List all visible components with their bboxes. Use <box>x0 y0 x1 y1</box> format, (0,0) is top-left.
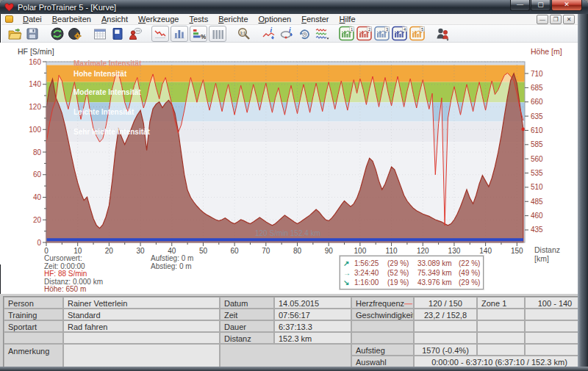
stat-value <box>414 320 477 332</box>
svg-text:460: 460 <box>531 212 543 220</box>
svg-text:160: 160 <box>29 58 41 66</box>
trend-arrow-icon: → <box>343 268 354 278</box>
svg-text:60: 60 <box>33 170 42 179</box>
svg-text:Maximale Intensität: Maximale Intensität <box>74 60 142 68</box>
stat-value <box>477 320 525 332</box>
stat-value <box>525 320 585 332</box>
stat-value <box>525 309 585 320</box>
svg-text:100: 100 <box>29 126 41 134</box>
menu-item-optionen[interactable]: Optionen <box>254 15 297 24</box>
stat-label: Anmerkung <box>4 344 63 368</box>
menu-item-hilfe[interactable]: Hilfe <box>334 15 361 24</box>
save-icon[interactable] <box>24 26 41 42</box>
stat-label: Training <box>4 309 63 320</box>
preset-5-icon[interactable]: 5 <box>409 26 426 42</box>
legend-row: →3:24:40(52 %)75.349 km(49 %) <box>343 268 480 278</box>
svg-text:20: 20 <box>105 247 114 255</box>
close-button[interactable]: ✕ <box>551 0 582 11</box>
chart-columns-icon[interactable] <box>209 26 226 42</box>
stat-value: 14.05.2015 <box>274 297 351 309</box>
svg-text:i: i <box>289 26 291 34</box>
menu-item-datei[interactable]: Datei <box>18 15 47 24</box>
svg-text:Moderate Intensität: Moderate Intensität <box>74 88 141 96</box>
stat-value <box>63 332 220 344</box>
svg-text:Hohe Intensität: Hohe Intensität <box>74 70 127 78</box>
preset-3-icon[interactable]: 3 <box>373 26 391 42</box>
stat-value: 23,2 / 152,8 <box>414 309 477 320</box>
cursor-hf: HF: 88 S/min <box>44 270 103 278</box>
transfer-settings-icon[interactable] <box>66 26 84 42</box>
svg-text:150: 150 <box>511 247 523 255</box>
legend-dist: 75.349 km <box>417 268 459 278</box>
curve-chart[interactable]: 0204060801001201401604354604855105355605… <box>0 43 578 264</box>
trend-arrow-icon: ↗ <box>343 259 354 268</box>
transfer-icon[interactable] <box>49 26 66 42</box>
rotate-icon[interactable] <box>295 26 313 42</box>
preset-4-icon[interactable]: 4 <box>391 26 409 42</box>
stat-value: Rad fahren <box>63 320 220 332</box>
legend-dist: 33.089 km <box>417 259 459 268</box>
legend-row: ↘1:16:00(19 %)43.976 km(29 %) <box>343 278 480 287</box>
chart-percent-icon[interactable]: % <box>190 26 207 42</box>
mdi-document-icon[interactable] <box>5 15 13 23</box>
maximize-button[interactable]: ▢ <box>531 0 551 11</box>
stat-label: Zeit <box>220 309 274 320</box>
person-note-icon[interactable] <box>126 26 144 42</box>
stat-value: 1570 (-0.4%) <box>414 344 477 356</box>
stat-label: Datum <box>220 297 274 309</box>
stat-label <box>220 344 351 368</box>
chart-canvas[interactable]: 0204060801001201401604354604855105355605… <box>0 43 578 264</box>
menu-item-fenster[interactable]: Fenster <box>296 15 334 24</box>
svg-text:110: 110 <box>386 247 398 255</box>
svg-text:140: 140 <box>29 80 41 88</box>
svg-text:120 S/min 152.4 km: 120 S/min 152.4 km <box>255 229 320 237</box>
menu-bar: DateiBearbeitenAnsichtWerkzeugeTestsBeri… <box>1 14 578 25</box>
minimize-button[interactable]: — <box>510 0 530 11</box>
svg-text:535: 535 <box>531 169 543 177</box>
stat-label: Dauer <box>220 320 274 332</box>
preset-2-icon[interactable]: 2 <box>356 26 373 42</box>
svg-text:90: 90 <box>325 247 334 255</box>
stat-value <box>414 332 477 344</box>
menu-item-ansicht[interactable]: Ansicht <box>96 15 133 24</box>
calendar-icon[interactable] <box>91 26 109 42</box>
svg-text:Sehr leichte Intensität: Sehr leichte Intensität <box>74 128 151 136</box>
svg-text:30: 30 <box>137 247 146 255</box>
polar-heart-icon <box>4 3 14 12</box>
menu-item-werkzeuge[interactable]: Werkzeuge <box>133 15 184 24</box>
persons-icon[interactable] <box>434 26 451 42</box>
window-title: Polar ProTrainer 5 - [Kurve] <box>18 3 116 12</box>
stat-value: Standard <box>63 309 220 320</box>
chart-curve-icon[interactable] <box>151 26 169 42</box>
window-bottom-border <box>0 367 588 371</box>
title-bar[interactable]: Polar ProTrainer 5 - [Kurve] — ▢ ✕ <box>0 0 588 14</box>
open-folder-icon[interactable] <box>6 26 24 42</box>
zoom-actual-icon[interactable]: 1:1 <box>235 26 253 42</box>
svg-text:130: 130 <box>448 247 461 255</box>
multi-curves-icon[interactable] <box>313 26 331 42</box>
svg-text:585: 585 <box>531 140 543 148</box>
preset-1-icon[interactable]: 1 <box>338 26 356 42</box>
svg-text:1:1: 1:1 <box>240 30 245 35</box>
curve-info-icon[interactable]: i <box>260 26 278 42</box>
menu-item-berichte[interactable]: Berichte <box>213 15 253 24</box>
cursor-title: Cursorwert: <box>44 255 103 263</box>
menu-item-tests[interactable]: Tests <box>184 15 213 24</box>
chart-bars-icon[interactable] <box>171 26 188 42</box>
svg-text:80: 80 <box>33 148 42 156</box>
svg-text:50: 50 <box>199 247 208 255</box>
svg-text:120: 120 <box>29 103 41 111</box>
gradient-legend: ↗1:56:25(29 %)33.089 km(22 %)→3:24:40(52… <box>340 256 484 289</box>
mdi-restore-button[interactable]: ❐ <box>550 15 562 24</box>
mdi-minimize-button[interactable]: — <box>537 15 548 24</box>
diary-icon[interactable] <box>109 26 126 42</box>
aufstieg-value: Aufstieg: 0 m <box>151 255 193 263</box>
lap-info-icon[interactable]: i <box>278 26 295 42</box>
mdi-close-button[interactable]: ✕ <box>563 15 575 24</box>
svg-text:635: 635 <box>531 112 543 120</box>
legend-time: 1:56:25 <box>354 259 387 268</box>
svg-text:i: i <box>270 26 273 34</box>
menu-item-bearbeiten[interactable]: Bearbeiten <box>47 15 96 24</box>
svg-text:510: 510 <box>531 183 543 191</box>
svg-text:[km]: [km] <box>534 254 549 263</box>
